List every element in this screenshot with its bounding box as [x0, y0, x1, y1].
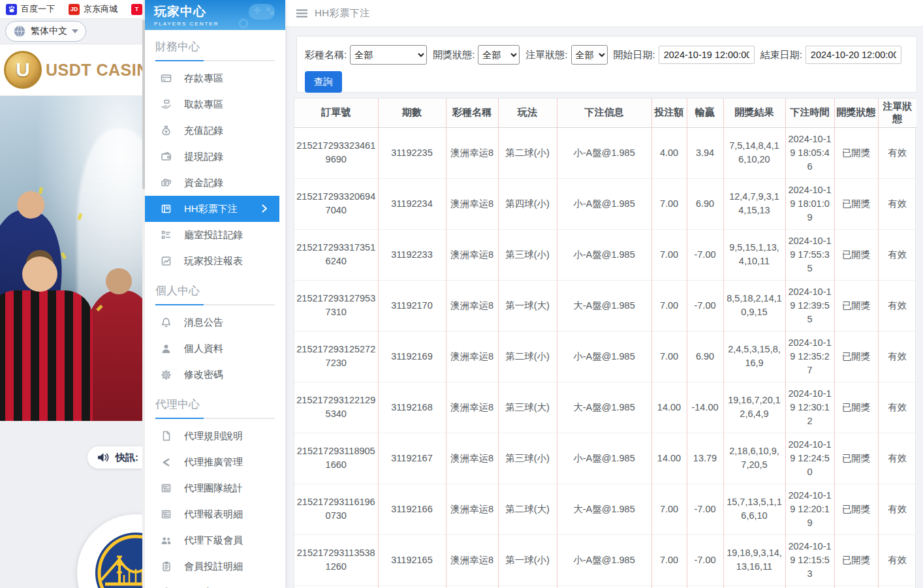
sidebar-item-代理規則說明[interactable]: 代理規則說明 [145, 423, 279, 449]
newspaper-icon [161, 483, 172, 493]
column-header-玩法: 玩法 [498, 99, 557, 127]
end-date-label: 結束日期: [760, 49, 802, 61]
table-cell: 有效 [878, 585, 916, 588]
table-cell: 澳洲幸运8 [446, 127, 498, 178]
sidebar-item-存款專區[interactable]: 存款專區 [145, 65, 279, 91]
table-cell: 澳洲幸运8 [446, 331, 498, 382]
sidebar-item-代理團隊統計[interactable]: 代理團隊統計 [145, 475, 279, 501]
table-cell: 2152172931221295340 [294, 382, 378, 433]
sidebar-item-玩家投注報表[interactable]: 玩家投注報表 [145, 248, 279, 274]
withdraw-hand-icon [161, 99, 172, 110]
sidebar-item-label: HH彩票下注 [184, 203, 238, 215]
bookmark-label: 京东商城 [84, 3, 117, 15]
bookmark-item[interactable]: 百度一下 [6, 3, 55, 15]
sidebar-item-提現記錄[interactable]: 提現記錄 [145, 144, 279, 170]
table-cell: 31192233 [378, 229, 446, 280]
sidebar-item-HH彩票下注[interactable]: HH彩票下注 [145, 196, 279, 222]
sidebar-item-個人資料[interactable]: 個人資料 [145, 335, 279, 362]
table-cell: 小-A盤@1.985 [557, 127, 651, 178]
table-cell: 有效 [878, 484, 916, 534]
news-ticker[interactable]: 快訊: [87, 446, 142, 469]
table-cell: 7.00 [651, 229, 687, 280]
table-cell: 有效 [878, 127, 916, 178]
sidebar-item-代理下級會員[interactable]: 代理下級會員 [145, 527, 279, 553]
sidebar-header: 玩家中心 PLAYERS CENTER [145, 0, 285, 30]
table-cell: 2024-10-19 12:24:50 [785, 433, 834, 484]
table-cell: 小-A盤@1.985 [557, 178, 651, 229]
sidebar-item-label: 提現記錄 [184, 151, 223, 163]
sidebar-item-會員投註明細[interactable]: 會員投註明細 [145, 553, 279, 580]
table-cell: 已開獎 [834, 331, 878, 382]
newspaper-icon [161, 509, 172, 519]
table-cell: 大-A盤@1.985 [557, 585, 651, 588]
sidebar-item-代理推廣管理[interactable]: 代理推廣管理 [145, 449, 279, 475]
table-cell: 2,4,5,3,15,8,16,9 [723, 331, 785, 382]
table-cell: 已開獎 [834, 433, 878, 484]
table-cell: 31192169 [378, 331, 446, 382]
start-date-label: 開始日期: [614, 49, 655, 61]
table-cell: 2152172933173516240 [294, 229, 378, 280]
hamburger-menu-icon[interactable] [296, 9, 307, 18]
table-cell: 已開獎 [834, 178, 878, 229]
site-logo[interactable]: U USDT CASINO [0, 44, 142, 96]
table-cell: 有效 [878, 382, 916, 433]
table-cell: 31192167 [378, 433, 446, 484]
table-cell: 已開獎 [834, 127, 878, 178]
table-cell: 31192170 [378, 280, 446, 331]
clipboard-icon [161, 561, 172, 572]
sidebar-section-title: 財務中心 [155, 39, 275, 54]
table-cell: 有效 [878, 229, 916, 280]
column-header-訂單號: 訂單號 [294, 99, 378, 127]
speaker-icon [97, 452, 110, 463]
table-cell: 澳洲幸运8 [446, 280, 498, 331]
background-page: 百度一下JD京东商城T天猫 繁体中文 U USDT CASINO 快訊: [0, 0, 142, 588]
gamepad-decoration-icon [234, 1, 281, 29]
document-icon [161, 431, 172, 441]
sidebar-item-代理報表明細[interactable]: 代理報表明細 [145, 501, 279, 527]
column-header-彩種名稱: 彩種名稱 [446, 99, 498, 127]
sidebar-item-取款專區[interactable]: 取款專區 [145, 91, 279, 117]
table-cell: 第一球(小) [498, 534, 557, 585]
table-cell: 澳洲幸运8 [446, 433, 498, 484]
table-cell: 已開獎 [834, 382, 878, 433]
table-cell: 2024-10-19 12:39:55 [785, 280, 834, 331]
sidebar-item-充值記錄[interactable]: 充值記錄 [145, 117, 279, 144]
bell-icon [161, 317, 172, 328]
table-cell: 有效 [878, 280, 916, 331]
table-cell: -7.00 [687, 534, 723, 585]
bridge-badge-icon [93, 531, 142, 588]
sidebar-item-會員交易明細[interactable]: 會員交易明細 [145, 580, 279, 588]
table-cell: 第一球(大) [498, 280, 557, 331]
bookmark-item[interactable]: JD京东商城 [69, 3, 117, 15]
bookmark-item[interactable]: T天猫 [131, 3, 142, 15]
users-icon [161, 536, 172, 546]
table-cell: 2024-10-19 17:55:35 [785, 229, 834, 280]
table-row: 215217293317351624031192233澳洲幸运8第三球(小)小-… [294, 229, 916, 280]
column-header-下注信息: 下注信息 [557, 99, 651, 127]
end-date-input[interactable] [806, 46, 901, 64]
funds-ticket-icon [161, 178, 172, 188]
sidebar-item-label: 代理團隊統計 [184, 482, 243, 495]
table-cell: 31192165 [378, 534, 446, 585]
lottery-name-select[interactable]: 全部 [350, 45, 427, 65]
table-cell: 2152172931069032170 [294, 585, 378, 588]
table-cell: 2152172933234619690 [294, 127, 378, 178]
sidebar-item-廳室投註記錄[interactable]: 廳室投註記錄 [145, 222, 279, 248]
jd-icon: JD [69, 4, 80, 15]
sidebar-item-消息公告[interactable]: 消息公告 [145, 309, 279, 335]
search-button[interactable]: 查詢 [305, 71, 342, 93]
order-status-select[interactable]: 全部 [571, 45, 608, 65]
sidebar-item-label: 代理報表明細 [184, 508, 243, 521]
table-cell: 已開獎 [834, 280, 878, 331]
table-cell: 13.79 [687, 433, 723, 484]
start-date-input[interactable] [659, 46, 755, 64]
table-cell: 小-A盤@1.985 [557, 331, 651, 382]
sidebar-item-修改密碼[interactable]: 修改密碼 [145, 362, 279, 388]
table-row: 215217293122129534031192168澳洲幸运8第三球(大)大-… [294, 382, 916, 433]
sidebar-item-資金記錄[interactable]: 資金記錄 [145, 170, 279, 196]
draw-status-select[interactable]: 全部 [478, 45, 520, 65]
sidebar-item-label: 代理下級會員 [184, 534, 243, 547]
language-selector[interactable]: 繁体中文 [5, 21, 86, 42]
table-cell: -7.00 [687, 229, 723, 280]
table-cell: 2152172931279537310 [294, 280, 378, 331]
